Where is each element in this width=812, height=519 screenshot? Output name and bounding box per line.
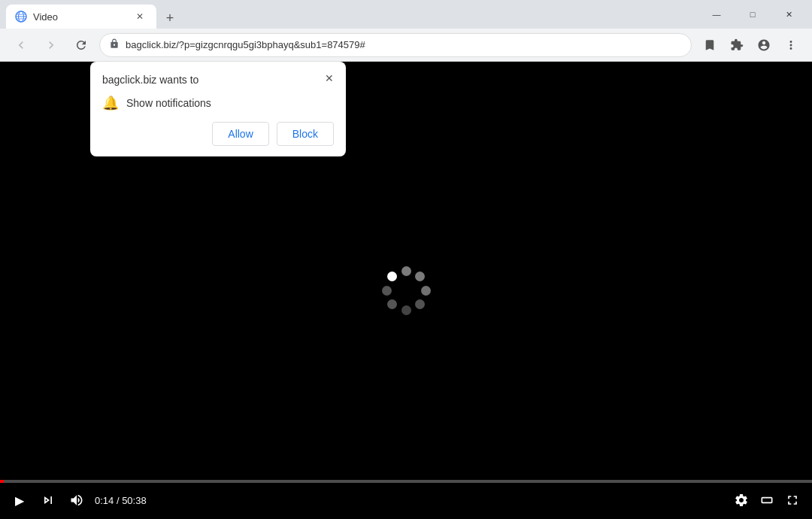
extensions-button[interactable]: [725, 33, 749, 57]
theater-mode-button[interactable]: [756, 490, 777, 511]
profile-button[interactable]: [752, 33, 776, 57]
settings-button[interactable]: [731, 490, 752, 511]
toolbar-icons: [698, 33, 803, 57]
popup-close-button[interactable]: ✕: [320, 69, 338, 87]
window-controls: — □ ✕: [699, 2, 806, 26]
skip-button[interactable]: [38, 490, 59, 511]
tab-title: Video: [33, 11, 126, 23]
active-tab[interactable]: Video ✕: [6, 5, 156, 29]
address-bar[interactable]: bagclick.biz/?p=gizgcnrqgu5gi3bphayq&sub…: [99, 33, 692, 57]
close-button[interactable]: ✕: [771, 2, 806, 26]
url-text: bagclick.biz/?p=gizgcnrqgu5gi3bphayq&sub…: [126, 39, 682, 50]
toolbar: bagclick.biz/?p=gizgcnrqgu5gi3bphayq&sub…: [0, 29, 812, 62]
browser-window: Video ✕ + — □ ✕ bagclick.biz/?p=gizgcnrq…: [0, 0, 812, 519]
maximize-button[interactable]: □: [735, 2, 770, 26]
play-button[interactable]: ▶: [9, 490, 30, 511]
loading-spinner: [380, 264, 432, 317]
bookmark-button[interactable]: [698, 33, 722, 57]
back-button[interactable]: [9, 33, 33, 57]
popup-buttons: Allow Block: [102, 122, 334, 146]
block-button[interactable]: Block: [277, 122, 334, 146]
popup-title: bagclick.biz wants to: [102, 74, 334, 86]
lock-icon: [109, 38, 120, 51]
fullscreen-button[interactable]: [782, 490, 803, 511]
popup-permission: 🔔 Show notifications: [102, 95, 334, 111]
tab-close-button[interactable]: ✕: [132, 9, 147, 24]
tab-favicon: [15, 11, 27, 23]
new-tab-button[interactable]: +: [159, 8, 180, 29]
reload-button[interactable]: [69, 33, 93, 57]
tab-bar: Video ✕ +: [6, 0, 696, 29]
volume-button[interactable]: [66, 490, 87, 511]
right-controls: [731, 490, 803, 511]
allow-button[interactable]: Allow: [212, 122, 268, 146]
popup-permission-text: Show notifications: [126, 97, 211, 109]
time-display: 0:14 / 50:38: [95, 495, 147, 506]
main-content: ✕ bagclick.biz wants to 🔔 Show notificat…: [0, 62, 812, 519]
video-controls: ▶ 0:14 / 50:38: [0, 481, 812, 519]
forward-button[interactable]: [39, 33, 63, 57]
bell-icon: 🔔: [102, 95, 119, 111]
notification-popup: ✕ bagclick.biz wants to 🔔 Show notificat…: [90, 62, 346, 156]
title-bar: Video ✕ + — □ ✕: [0, 0, 812, 29]
menu-button[interactable]: [779, 33, 803, 57]
minimize-button[interactable]: —: [699, 2, 734, 26]
